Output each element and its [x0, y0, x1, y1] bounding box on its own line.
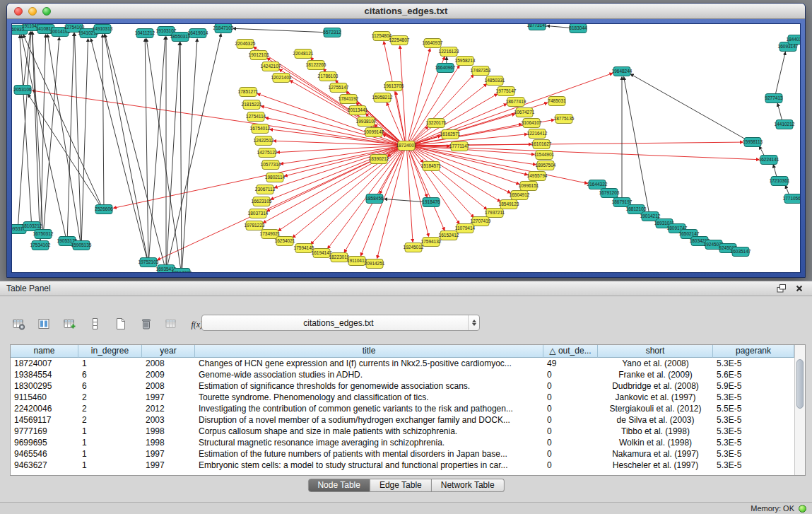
graph-node[interactable]: 16224141	[759, 156, 779, 165]
graph-node[interactable]: 12755147	[329, 83, 349, 93]
column-header-out_de[interactable]: △ out_de...	[543, 345, 598, 358]
graph-node[interactable]: 15958213	[455, 57, 476, 66]
graph-node[interactable]: 1858456	[365, 194, 384, 204]
graph-node[interactable]: 15905135	[71, 241, 92, 250]
graph-node[interactable]: 16640937	[423, 39, 443, 48]
graph-node[interactable]: 12422512	[254, 136, 274, 146]
graph-node[interactable]: 17710561	[783, 194, 801, 204]
table-row[interactable]: 977716911998Corpus callosum shape and si…	[11, 426, 805, 437]
graph-node[interactable]: 14850331	[485, 76, 505, 86]
graph-node[interactable]: 7485031	[548, 97, 566, 106]
close-window-button[interactable]	[14, 7, 23, 16]
graph-node[interactable]: 21786103	[318, 72, 339, 81]
graph-node[interactable]: 16750312	[33, 230, 54, 239]
graph-node[interactable]: 19752103	[139, 258, 159, 267]
graph-node[interactable]: 19012103	[249, 51, 269, 60]
graph-node[interactable]: 17594132	[421, 238, 442, 247]
graph-node[interactable]: 12254807	[389, 36, 410, 45]
table-import-icon[interactable]	[61, 315, 78, 332]
graph-node[interactable]: 5572312	[323, 28, 341, 37]
graph-node[interactable]: 13220176	[426, 119, 447, 128]
graph-node[interactable]: 16101627	[531, 140, 552, 149]
column-header-title[interactable]: title	[195, 345, 543, 358]
float-panel-icon[interactable]	[775, 283, 787, 294]
graph-node[interactable]: 16791203	[599, 189, 620, 198]
graph-node[interactable]: 14910313	[93, 25, 113, 34]
graph-node[interactable]: 16504912	[510, 191, 530, 200]
graph-node[interactable]: 14242107	[261, 62, 281, 71]
graph-node[interactable]: 19781223	[245, 221, 265, 230]
table-row[interactable]: 2242004622012Investigating the contribut…	[11, 403, 805, 414]
graph-node[interactable]: 16152412	[439, 231, 459, 240]
table-row[interactable]: 1872400712008Changes of HCN gene express…	[11, 358, 805, 369]
graph-node[interactable]: 8183044	[569, 24, 587, 33]
graph-node[interactable]: 18957504	[536, 161, 556, 170]
column-header-in_degree[interactable]: in_degree	[78, 345, 142, 358]
graph-node[interactable]: 17841192	[339, 95, 359, 104]
graph-node[interactable]: 18390212	[369, 155, 389, 164]
graph-node[interactable]: 21847103	[213, 24, 234, 33]
graph-node[interactable]: 17771147	[449, 142, 470, 151]
graph-node[interactable]: 16035147	[731, 247, 751, 257]
graph-node[interactable]: 22048121	[293, 49, 314, 59]
trash-icon[interactable]	[137, 315, 154, 332]
minimize-window-button[interactable]	[28, 7, 37, 16]
graph-node[interactable]: 12216412	[527, 129, 548, 139]
scrollbar-thumb[interactable]	[796, 359, 804, 409]
graph-node[interactable]: 2053106	[13, 86, 32, 95]
graph-node[interactable]: 16419014	[188, 29, 208, 38]
graph-node[interactable]: 19613705	[384, 82, 404, 91]
new-file-icon[interactable]	[112, 315, 129, 332]
graph-node[interactable]: 15958212	[372, 93, 393, 103]
graph-node[interactable]: 18112203	[172, 269, 192, 274]
graph-node[interactable]: 15958113	[743, 138, 763, 147]
column-header-pagerank[interactable]: pagerank	[713, 345, 794, 358]
graph-node[interactable]: 14275122	[257, 148, 278, 158]
graph-node[interactable]: 23067113	[255, 185, 276, 194]
table-disabled-icon[interactable]	[163, 315, 180, 332]
graph-node[interactable]: 19245012	[404, 243, 424, 252]
table-row[interactable]: 969969511998Structural magnetic resonanc…	[11, 437, 805, 448]
tab-node-table[interactable]: Node Table	[307, 479, 370, 492]
graph-node[interactable]: 10577314	[261, 160, 281, 170]
close-panel-icon[interactable]	[793, 283, 806, 294]
graph-node[interactable]: 1918476	[422, 198, 440, 207]
graph-node[interactable]: 12021403	[271, 74, 292, 83]
network-table-select[interactable]: citations_edges.txt	[201, 315, 480, 331]
graph-node[interactable]: 21644322	[587, 180, 608, 189]
graph-node[interactable]: 19648244	[612, 67, 632, 76]
table-vertical-scrollbar[interactable]	[794, 345, 805, 475]
graph-node[interactable]: 14410212	[775, 120, 795, 129]
graph-node[interactable]: 10996151	[519, 182, 539, 191]
graph-node[interactable]: 31064107	[522, 119, 542, 128]
graph-node[interactable]: 21815221	[242, 100, 262, 110]
graph-node[interactable]: 22046325	[235, 40, 256, 49]
graph-node[interactable]: 18440103	[787, 35, 801, 45]
graph-node[interactable]: 15184571	[421, 162, 442, 171]
graph-node[interactable]: 16254021	[275, 237, 295, 246]
graph-node[interactable]: 17487353	[471, 66, 491, 76]
graph-node[interactable]: 17851271	[238, 88, 259, 97]
graph-node[interactable]: 17534102	[30, 241, 51, 250]
table-row[interactable]: 1456911722003Disruption of a novel membe…	[11, 414, 805, 426]
graph-node[interactable]: 14955794	[527, 172, 548, 181]
tab-edge-table[interactable]: Edge Table	[370, 479, 432, 492]
graph-node[interactable]: 18037314	[248, 209, 269, 218]
graph-node[interactable]: 11079414	[455, 224, 476, 233]
graph-node[interactable]: 18773141	[527, 24, 548, 30]
graph-node[interactable]: 10674271	[514, 108, 535, 117]
graph-node[interactable]: 16623105	[252, 197, 272, 206]
tab-network-table[interactable]: Network Table	[432, 479, 505, 492]
graph-node[interactable]: 19802114	[265, 173, 286, 182]
table-row[interactable]: 946554611997Estimation of the future num…	[11, 448, 805, 460]
column-header-short[interactable]: short	[598, 345, 713, 358]
table-row[interactable]: 1830029562008Estimation of significance …	[11, 380, 805, 392]
graph-node[interactable]: 16640967	[435, 64, 456, 73]
graph-node[interactable]: 17937211	[485, 209, 505, 218]
graph-node[interactable]: 18724007	[396, 141, 417, 151]
network-view-canvas[interactable]: 1872400722046325190121031424210712021403…	[11, 23, 801, 273]
columns-icon[interactable]	[35, 315, 52, 332]
table-row[interactable]: 946362711997Embryonic stem cells: a mode…	[11, 460, 805, 471]
graph-node[interactable]: 19938107	[356, 117, 377, 127]
table-row[interactable]: 1938455462009Genome-wide association stu…	[11, 369, 805, 380]
